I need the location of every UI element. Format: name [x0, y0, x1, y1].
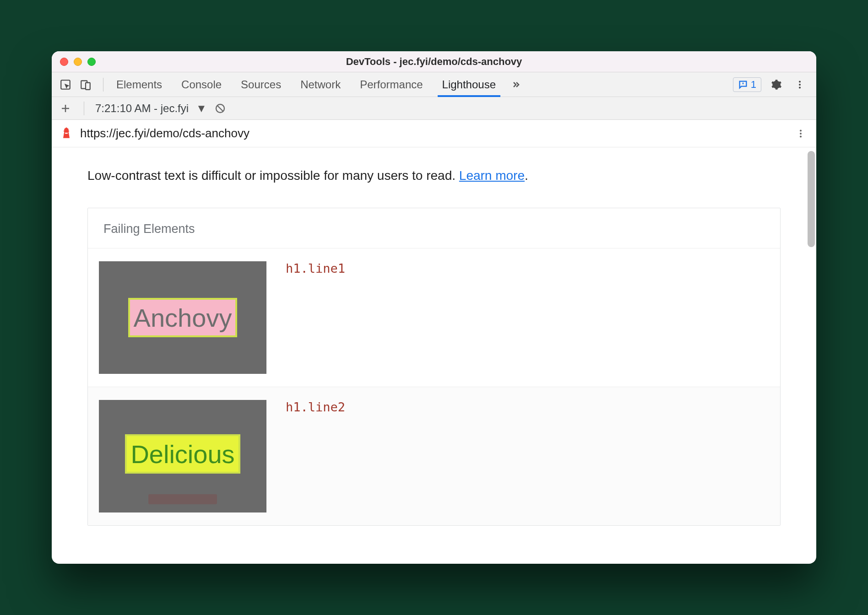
- svg-point-3: [799, 81, 801, 82]
- learn-more-link[interactable]: Learn more: [459, 168, 525, 183]
- element-thumbnail: Anchovy: [99, 261, 266, 374]
- more-menu-button[interactable]: [791, 76, 809, 94]
- vertical-dots-icon: [795, 80, 805, 90]
- tab-label: Network: [300, 78, 341, 91]
- tab-performance[interactable]: Performance: [352, 72, 431, 97]
- thumbnail-highlight: Anchovy: [128, 298, 238, 337]
- svg-point-9: [800, 135, 802, 137]
- minimize-window-button[interactable]: [74, 58, 82, 66]
- audit-description: Low-contrast text is difficult or imposs…: [87, 168, 781, 183]
- tab-label: Performance: [360, 78, 423, 91]
- tab-console[interactable]: Console: [173, 72, 230, 97]
- devtools-window: DevTools - jec.fyi/demo/cds-anchovy Elem…: [52, 51, 816, 564]
- tab-elements[interactable]: Elements: [108, 72, 170, 97]
- lighthouse-toolbar: 7:21:10 AM - jec.fyi ▼: [52, 97, 816, 120]
- tab-label: Sources: [241, 78, 281, 91]
- ban-icon: [215, 103, 226, 114]
- issues-count: 1: [751, 79, 756, 91]
- tab-overflow-button[interactable]: [507, 72, 525, 97]
- thumbnail-text: Anchovy: [134, 303, 232, 333]
- inspect-element-button[interactable]: [56, 76, 75, 94]
- tabstrip-right: 1: [733, 76, 812, 94]
- new-report-button[interactable]: [58, 99, 73, 118]
- report-more-button[interactable]: [793, 124, 808, 143]
- thumbnail-bar: [148, 494, 217, 504]
- device-toolbar-button[interactable]: [76, 76, 95, 94]
- svg-point-4: [799, 83, 801, 85]
- report-select-label: 7:21:10 AM - jec.fyi: [95, 102, 189, 115]
- gear-icon: [770, 79, 782, 91]
- tab-label: Console: [181, 78, 222, 91]
- traffic-lights: [60, 58, 96, 66]
- element-selector: h1.line2: [286, 400, 345, 512]
- tab-strip: Elements Console Sources Network Perform…: [52, 72, 816, 97]
- failing-element-row[interactable]: Anchovy h1.line1: [88, 248, 780, 387]
- audit-description-text: Low-contrast text is difficult or imposs…: [87, 168, 459, 183]
- tab-network[interactable]: Network: [292, 72, 349, 97]
- report-body: Low-contrast text is difficult or imposs…: [52, 147, 816, 544]
- panel-tabs: Elements Console Sources Network Perform…: [108, 72, 525, 97]
- panel-title: Failing Elements: [88, 208, 780, 248]
- settings-button[interactable]: [767, 76, 785, 94]
- thumbnail-highlight: Delicious: [125, 434, 240, 474]
- thumbnail-text: Delicious: [130, 439, 234, 469]
- zoom-window-button[interactable]: [87, 58, 96, 66]
- svg-point-7: [800, 129, 802, 131]
- svg-rect-2: [86, 82, 90, 89]
- vertical-dots-icon: [796, 129, 806, 139]
- element-selector: h1.line1: [286, 261, 345, 374]
- lighthouse-icon: [60, 126, 73, 141]
- inspect-buttons: [56, 76, 98, 94]
- tab-lighthouse[interactable]: Lighthouse: [434, 72, 504, 97]
- report-content[interactable]: Low-contrast text is difficult or imposs…: [52, 147, 816, 564]
- tab-label: Lighthouse: [442, 78, 496, 91]
- report-select[interactable]: 7:21:10 AM - jec.fyi ▼: [95, 102, 207, 115]
- titlebar: DevTools - jec.fyi/demo/cds-anchovy: [52, 51, 816, 72]
- scrollbar[interactable]: [808, 151, 815, 247]
- tab-sources[interactable]: Sources: [233, 72, 289, 97]
- svg-point-8: [800, 132, 802, 134]
- element-thumbnail: Delicious: [99, 400, 266, 512]
- clear-reports-button[interactable]: [213, 102, 227, 115]
- tab-label: Elements: [116, 78, 162, 91]
- separator: [103, 78, 103, 92]
- separator: [84, 102, 84, 115]
- punctuation: .: [525, 168, 528, 183]
- issues-button[interactable]: 1: [733, 77, 761, 92]
- failing-elements-panel: Failing Elements Anchovy h1.line1 Delici…: [87, 208, 781, 526]
- failing-element-row[interactable]: Delicious h1.line2: [88, 387, 780, 525]
- report-url: https://jec.fyi/demo/cds-anchovy: [80, 126, 250, 140]
- svg-point-5: [799, 86, 801, 88]
- close-window-button[interactable]: [60, 58, 68, 66]
- window-title: DevTools - jec.fyi/demo/cds-anchovy: [52, 56, 816, 68]
- chevron-down-icon: ▼: [196, 102, 207, 115]
- lighthouse-url-row: https://jec.fyi/demo/cds-anchovy: [52, 120, 816, 147]
- issues-icon: [738, 80, 748, 90]
